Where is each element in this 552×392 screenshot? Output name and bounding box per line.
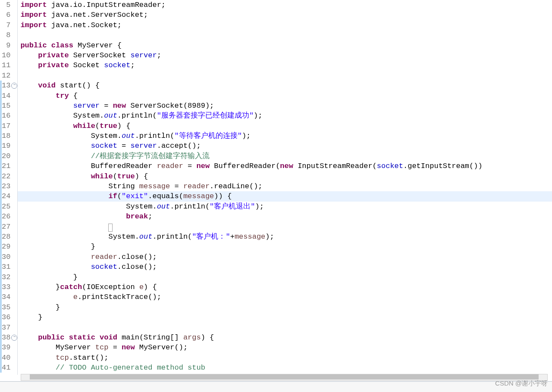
- code-line[interactable]: }: [18, 272, 552, 282]
- line-number[interactable]: 28: [2, 232, 10, 242]
- line-number[interactable]: 35: [2, 302, 10, 312]
- code-text-area[interactable]: import java.io.InputStreamReader;import …: [18, 0, 552, 375]
- fold-column[interactable]: −−: [11, 0, 17, 375]
- code-line[interactable]: [18, 222, 552, 232]
- code-line[interactable]: break;: [18, 212, 552, 221]
- line-number[interactable]: 20: [2, 151, 10, 161]
- line-number[interactable]: 25: [2, 202, 10, 212]
- code-line[interactable]: try {: [18, 91, 552, 101]
- line-number[interactable]: 13: [2, 81, 10, 90]
- fold-toggle-icon[interactable]: −: [11, 83, 17, 89]
- gutter: 5678910111213141516171819202122232425262…: [0, 0, 18, 375]
- code-line[interactable]: [18, 30, 552, 40]
- code-line[interactable]: }: [18, 312, 552, 322]
- line-number[interactable]: 17: [2, 121, 10, 131]
- line-number[interactable]: 5: [2, 0, 10, 10]
- line-number[interactable]: 23: [2, 181, 10, 191]
- bottom-panel: [0, 381, 552, 392]
- line-number[interactable]: 26: [2, 212, 10, 221]
- code-line[interactable]: import java.net.Socket;: [18, 20, 552, 30]
- code-line[interactable]: while(true) {: [18, 121, 552, 131]
- bracket-match-box: [108, 224, 113, 232]
- code-line[interactable]: socket.close();: [18, 262, 552, 272]
- code-line[interactable]: while(true) {: [18, 171, 552, 181]
- line-number[interactable]: 22: [2, 171, 10, 181]
- code-line[interactable]: private Socket socket;: [18, 60, 552, 70]
- code-line[interactable]: e.printStackTrace();: [18, 292, 552, 302]
- line-number[interactable]: 8: [2, 30, 10, 40]
- code-line[interactable]: // TODO Auto-generated method stub: [18, 363, 552, 373]
- fold-toggle-icon[interactable]: −: [11, 335, 17, 341]
- line-number[interactable]: 31: [2, 262, 10, 272]
- line-number[interactable]: 15: [2, 101, 10, 111]
- code-line[interactable]: server = new ServerSocket(8989);: [18, 101, 552, 111]
- line-number[interactable]: 37: [2, 323, 10, 333]
- code-line[interactable]: void start() {: [18, 81, 552, 90]
- code-line[interactable]: BufferedReader reader = new BufferedRead…: [18, 161, 552, 171]
- scrollbar-thumb[interactable]: [30, 374, 539, 380]
- line-number[interactable]: 19: [2, 141, 10, 151]
- line-number[interactable]: 6: [2, 10, 10, 20]
- code-editor[interactable]: 5678910111213141516171819202122232425262…: [0, 0, 552, 375]
- code-line[interactable]: }: [18, 302, 552, 312]
- code-line[interactable]: MyServer tcp = new MyServer();: [18, 342, 552, 352]
- code-line[interactable]: public static void main(String[] args) {: [18, 333, 552, 342]
- line-number[interactable]: 11: [2, 60, 10, 70]
- code-line[interactable]: import java.net.ServerSocket;: [18, 10, 552, 20]
- line-number[interactable]: 14: [2, 91, 10, 101]
- line-number[interactable]: 33: [2, 282, 10, 292]
- code-line[interactable]: [18, 323, 552, 333]
- code-line[interactable]: reader.close();: [18, 252, 552, 262]
- line-number[interactable]: 34: [2, 292, 10, 302]
- code-line[interactable]: socket = server.accept();: [18, 141, 552, 151]
- code-line[interactable]: }: [18, 242, 552, 252]
- code-line[interactable]: //根据套接字字节流创建字符输入流: [18, 151, 552, 161]
- line-number[interactable]: 12: [2, 71, 10, 81]
- code-line[interactable]: System.out.println("客户机："+message);: [18, 232, 552, 242]
- line-number[interactable]: 21: [2, 161, 10, 171]
- line-number[interactable]: 7: [2, 20, 10, 30]
- line-number[interactable]: 41: [2, 363, 10, 373]
- code-line[interactable]: System.out.println("客户机退出");: [18, 202, 552, 212]
- line-number[interactable]: 40: [2, 353, 10, 363]
- line-number[interactable]: 36: [2, 312, 10, 322]
- code-line[interactable]: private ServerSocket server;: [18, 50, 552, 60]
- code-line[interactable]: String message = reader.readLine();: [18, 181, 552, 191]
- line-number[interactable]: 9: [2, 40, 10, 50]
- line-number[interactable]: 16: [2, 111, 10, 121]
- code-line[interactable]: [18, 71, 552, 81]
- line-number[interactable]: 32: [2, 272, 10, 282]
- code-line[interactable]: public class MyServer {: [18, 40, 552, 50]
- line-number[interactable]: 30: [2, 252, 10, 262]
- line-number[interactable]: 24: [2, 191, 10, 201]
- line-number[interactable]: 10: [2, 50, 10, 60]
- line-number[interactable]: 27: [2, 222, 10, 232]
- code-line[interactable]: System.out.println("服务器套接字已经创建成功");: [18, 111, 552, 121]
- code-line[interactable]: import java.io.InputStreamReader;: [18, 0, 552, 10]
- line-number[interactable]: 18: [2, 131, 10, 141]
- line-number[interactable]: 29: [2, 242, 10, 252]
- line-number-column[interactable]: 5678910111213141516171819202122232425262…: [2, 0, 11, 375]
- code-line[interactable]: }catch(IOException e) {: [18, 282, 552, 292]
- code-line[interactable]: if("exit".equals(message)) {: [18, 191, 552, 201]
- code-line[interactable]: tcp.start();: [18, 353, 552, 363]
- line-number[interactable]: 39: [2, 342, 10, 352]
- horizontal-scrollbar[interactable]: [21, 374, 548, 381]
- line-number[interactable]: 38: [2, 333, 10, 342]
- code-line[interactable]: System.out.println("等待客户机的连接");: [18, 131, 552, 141]
